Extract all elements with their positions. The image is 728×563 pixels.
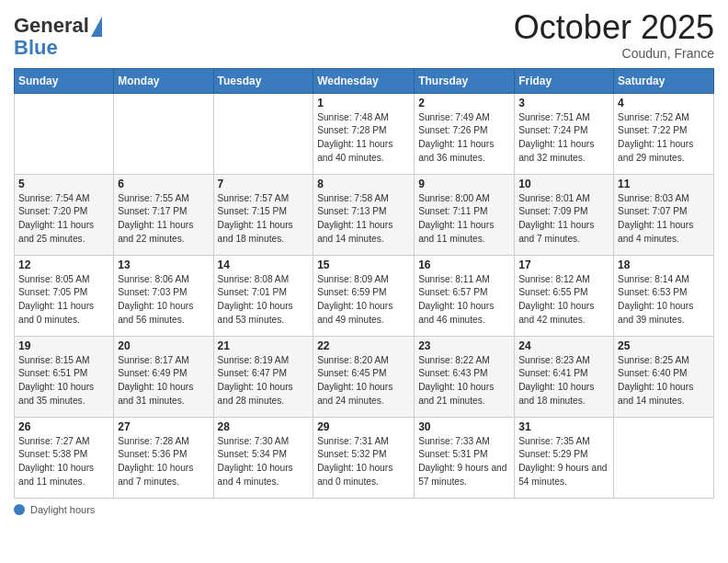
calendar-cell: 20Sunrise: 8:17 AM Sunset: 6:49 PM Dayli… bbox=[114, 336, 213, 417]
calendar-cell: 19Sunrise: 8:15 AM Sunset: 6:51 PM Dayli… bbox=[15, 336, 114, 417]
day-info: Sunrise: 7:49 AM Sunset: 7:26 PM Dayligh… bbox=[418, 111, 510, 166]
day-info: Sunrise: 7:28 AM Sunset: 5:36 PM Dayligh… bbox=[118, 435, 209, 489]
day-info: Sunrise: 8:15 AM Sunset: 6:51 PM Dayligh… bbox=[18, 354, 109, 408]
calendar-cell: 6Sunrise: 7:55 AM Sunset: 7:17 PM Daylig… bbox=[114, 174, 213, 255]
calendar-cell bbox=[15, 93, 114, 174]
day-info: Sunrise: 8:17 AM Sunset: 6:49 PM Dayligh… bbox=[118, 354, 209, 408]
day-info: Sunrise: 7:33 AM Sunset: 5:31 PM Dayligh… bbox=[418, 435, 510, 489]
day-info: Sunrise: 7:55 AM Sunset: 7:17 PM Dayligh… bbox=[118, 192, 209, 247]
calendar-table: SundayMondayTuesdayWednesdayThursdayFrid… bbox=[14, 68, 714, 499]
calendar-cell: 25Sunrise: 8:25 AM Sunset: 6:40 PM Dayli… bbox=[614, 336, 714, 417]
calendar-cell: 27Sunrise: 7:28 AM Sunset: 5:36 PM Dayli… bbox=[114, 417, 213, 498]
calendar-cell: 21Sunrise: 8:19 AM Sunset: 6:47 PM Dayli… bbox=[213, 336, 313, 417]
day-info: Sunrise: 8:01 AM Sunset: 7:09 PM Dayligh… bbox=[518, 192, 609, 247]
footer-label: Daylight hours bbox=[30, 504, 95, 515]
day-number: 28 bbox=[218, 420, 310, 433]
day-info: Sunrise: 8:06 AM Sunset: 7:03 PM Dayligh… bbox=[118, 273, 209, 327]
week-row-0: 1Sunrise: 7:48 AM Sunset: 7:28 PM Daylig… bbox=[15, 93, 714, 174]
calendar-cell: 23Sunrise: 8:22 AM Sunset: 6:43 PM Dayli… bbox=[415, 336, 515, 417]
page: General Blue October 2025 Coudun, France… bbox=[0, 0, 728, 563]
week-row-4: 26Sunrise: 7:27 AM Sunset: 5:38 PM Dayli… bbox=[15, 417, 714, 498]
footer-dot-icon bbox=[14, 504, 25, 515]
day-number: 8 bbox=[317, 178, 410, 190]
day-info: Sunrise: 7:48 AM Sunset: 7:28 PM Dayligh… bbox=[317, 111, 410, 166]
logo-arrow-icon bbox=[91, 17, 102, 37]
calendar-cell: 16Sunrise: 8:11 AM Sunset: 6:57 PM Dayli… bbox=[415, 255, 515, 336]
day-info: Sunrise: 8:19 AM Sunset: 6:47 PM Dayligh… bbox=[218, 354, 310, 408]
day-number: 31 bbox=[518, 420, 609, 433]
calendar-header-row: SundayMondayTuesdayWednesdayThursdayFrid… bbox=[15, 68, 714, 93]
day-number: 21 bbox=[218, 339, 310, 352]
day-info: Sunrise: 7:30 AM Sunset: 5:34 PM Dayligh… bbox=[218, 435, 310, 489]
day-info: Sunrise: 8:11 AM Sunset: 6:57 PM Dayligh… bbox=[418, 273, 510, 327]
day-number: 4 bbox=[618, 97, 710, 109]
day-info: Sunrise: 8:09 AM Sunset: 6:59 PM Dayligh… bbox=[317, 273, 410, 327]
day-number: 30 bbox=[418, 420, 510, 433]
calendar-cell: 30Sunrise: 7:33 AM Sunset: 5:31 PM Dayli… bbox=[415, 417, 515, 498]
day-info: Sunrise: 8:05 AM Sunset: 7:05 PM Dayligh… bbox=[18, 273, 109, 327]
day-info: Sunrise: 7:51 AM Sunset: 7:24 PM Dayligh… bbox=[518, 111, 609, 166]
day-number: 22 bbox=[317, 339, 410, 352]
day-number: 7 bbox=[218, 178, 310, 190]
col-header-wednesday: Wednesday bbox=[313, 68, 415, 93]
day-number: 17 bbox=[518, 259, 609, 271]
day-number: 3 bbox=[518, 97, 609, 109]
week-row-2: 12Sunrise: 8:05 AM Sunset: 7:05 PM Dayli… bbox=[15, 255, 714, 336]
day-number: 12 bbox=[18, 259, 109, 271]
day-number: 20 bbox=[118, 339, 209, 352]
day-number: 9 bbox=[418, 178, 510, 190]
day-number: 14 bbox=[218, 259, 310, 271]
calendar-cell: 10Sunrise: 8:01 AM Sunset: 7:09 PM Dayli… bbox=[515, 174, 614, 255]
day-info: Sunrise: 7:27 AM Sunset: 5:38 PM Dayligh… bbox=[18, 435, 109, 489]
calendar-cell: 9Sunrise: 8:00 AM Sunset: 7:11 PM Daylig… bbox=[415, 174, 515, 255]
calendar-cell: 22Sunrise: 8:20 AM Sunset: 6:45 PM Dayli… bbox=[313, 336, 415, 417]
col-header-friday: Friday bbox=[515, 68, 614, 93]
calendar-cell: 13Sunrise: 8:06 AM Sunset: 7:03 PM Dayli… bbox=[114, 255, 213, 336]
calendar-cell bbox=[114, 93, 213, 174]
month-title: October 2025 bbox=[514, 9, 714, 46]
day-number: 24 bbox=[518, 339, 609, 352]
week-row-3: 19Sunrise: 8:15 AM Sunset: 6:51 PM Dayli… bbox=[15, 336, 714, 417]
day-info: Sunrise: 8:23 AM Sunset: 6:41 PM Dayligh… bbox=[518, 354, 609, 408]
title-block: October 2025 Coudun, France bbox=[514, 9, 714, 61]
day-number: 19 bbox=[18, 339, 109, 352]
day-number: 15 bbox=[317, 259, 410, 271]
logo-blue: Blue bbox=[14, 36, 102, 60]
day-number: 27 bbox=[118, 420, 209, 433]
day-info: Sunrise: 8:20 AM Sunset: 6:45 PM Dayligh… bbox=[317, 354, 410, 408]
calendar-cell: 31Sunrise: 7:35 AM Sunset: 5:29 PM Dayli… bbox=[515, 417, 614, 498]
day-info: Sunrise: 7:35 AM Sunset: 5:29 PM Dayligh… bbox=[518, 435, 609, 489]
logo-general: General bbox=[14, 14, 89, 38]
day-number: 13 bbox=[118, 259, 209, 271]
day-info: Sunrise: 7:52 AM Sunset: 7:22 PM Dayligh… bbox=[618, 111, 710, 166]
day-number: 1 bbox=[317, 97, 410, 109]
calendar-cell: 5Sunrise: 7:54 AM Sunset: 7:20 PM Daylig… bbox=[15, 174, 114, 255]
calendar-cell: 17Sunrise: 8:12 AM Sunset: 6:55 PM Dayli… bbox=[515, 255, 614, 336]
day-number: 26 bbox=[18, 420, 109, 433]
day-info: Sunrise: 7:57 AM Sunset: 7:15 PM Dayligh… bbox=[218, 192, 310, 247]
logo: General Blue bbox=[14, 9, 102, 60]
day-number: 16 bbox=[418, 259, 510, 271]
day-info: Sunrise: 8:08 AM Sunset: 7:01 PM Dayligh… bbox=[218, 273, 310, 327]
col-header-monday: Monday bbox=[114, 68, 213, 93]
calendar-cell: 2Sunrise: 7:49 AM Sunset: 7:26 PM Daylig… bbox=[415, 93, 515, 174]
day-number: 2 bbox=[418, 97, 510, 109]
day-info: Sunrise: 8:03 AM Sunset: 7:07 PM Dayligh… bbox=[618, 192, 710, 247]
calendar-cell: 28Sunrise: 7:30 AM Sunset: 5:34 PM Dayli… bbox=[213, 417, 313, 498]
col-header-thursday: Thursday bbox=[415, 68, 515, 93]
day-info: Sunrise: 8:25 AM Sunset: 6:40 PM Dayligh… bbox=[618, 354, 710, 408]
calendar-cell: 18Sunrise: 8:14 AM Sunset: 6:53 PM Dayli… bbox=[614, 255, 714, 336]
location: Coudun, France bbox=[514, 46, 714, 61]
day-info: Sunrise: 7:54 AM Sunset: 7:20 PM Dayligh… bbox=[18, 192, 109, 247]
calendar-cell: 8Sunrise: 7:58 AM Sunset: 7:13 PM Daylig… bbox=[313, 174, 415, 255]
day-info: Sunrise: 8:22 AM Sunset: 6:43 PM Dayligh… bbox=[418, 354, 510, 408]
col-header-sunday: Sunday bbox=[15, 68, 114, 93]
calendar-cell bbox=[213, 93, 313, 174]
day-number: 11 bbox=[618, 178, 710, 190]
col-header-saturday: Saturday bbox=[614, 68, 714, 93]
calendar-cell: 4Sunrise: 7:52 AM Sunset: 7:22 PM Daylig… bbox=[614, 93, 714, 174]
day-number: 18 bbox=[618, 259, 710, 271]
day-number: 23 bbox=[418, 339, 510, 352]
day-info: Sunrise: 8:00 AM Sunset: 7:11 PM Dayligh… bbox=[418, 192, 510, 247]
calendar-cell: 7Sunrise: 7:57 AM Sunset: 7:15 PM Daylig… bbox=[213, 174, 313, 255]
